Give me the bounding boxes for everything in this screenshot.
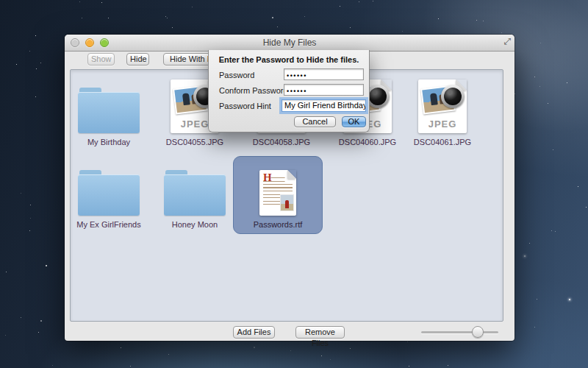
file-name-label: DSC04055.JPG [166, 138, 223, 147]
hide-button[interactable]: Hide [126, 53, 149, 66]
folder-icon [78, 88, 140, 133]
icon-size-slider-knob[interactable] [472, 326, 484, 338]
file-name-label: Honey Moon [172, 220, 218, 230]
password-label: Password [219, 71, 254, 79]
conform-password-input[interactable]: •••••• [284, 84, 364, 96]
password-hint-input[interactable]: My Girl Friend Birthday [282, 99, 366, 112]
folder-icon [164, 170, 226, 216]
sheet-title: Enter the Password to Hide the files. [209, 55, 369, 64]
file-item[interactable]: My Ex GirlFriends [68, 166, 150, 230]
folder-icon [78, 170, 140, 216]
password-sheet-dialog: Enter the Password to Hide the files. Pa… [208, 50, 370, 132]
file-name-label: DSC04061.JPG [414, 138, 471, 147]
show-button[interactable]: Show [87, 53, 115, 66]
jpeg-file-icon: JPEG [418, 79, 467, 133]
password-input[interactable]: •••••• [284, 68, 364, 80]
title-bar[interactable]: Hide My Files ⤢ [65, 35, 514, 52]
file-name-label: My Ex GirlFriends [76, 220, 140, 230]
camera-lens-icon [441, 85, 465, 108]
file-name-label: DSC04058.JPG [253, 138, 310, 147]
file-name-label: My Birthday [87, 138, 130, 147]
rtf-file-icon: H [259, 170, 296, 216]
window-title: Hide My Files [65, 38, 514, 48]
cancel-button[interactable]: Cancel [294, 116, 336, 127]
password-hint-value: My Girl Friend Birthday [284, 101, 366, 110]
desktop: Hide My Files ⤢ Show Hide Hide With Pas … [0, 0, 588, 368]
file-item[interactable]: Honey Moon [154, 166, 236, 230]
page-fold-icon [287, 170, 296, 179]
icon-size-slider-track[interactable] [421, 331, 498, 333]
file-name-label: DSC04060.JPG [339, 138, 396, 147]
file-item[interactable]: JPEGDSC04061.JPG [401, 79, 484, 147]
file-item[interactable]: HPasswords.rtf [233, 156, 323, 234]
fullscreen-icon[interactable]: ⤢ [503, 36, 511, 46]
remove-files-button[interactable]: Remove Files [295, 326, 345, 339]
file-item[interactable]: My Birthday [68, 79, 150, 147]
file-name-label: Passwords.rtf [254, 220, 303, 230]
add-files-button[interactable]: Add Files [233, 326, 275, 339]
conform-password-label: Conform Password [219, 86, 288, 95]
password-hint-label: Password Hint [219, 102, 271, 110]
ok-button[interactable]: OK [342, 116, 366, 127]
